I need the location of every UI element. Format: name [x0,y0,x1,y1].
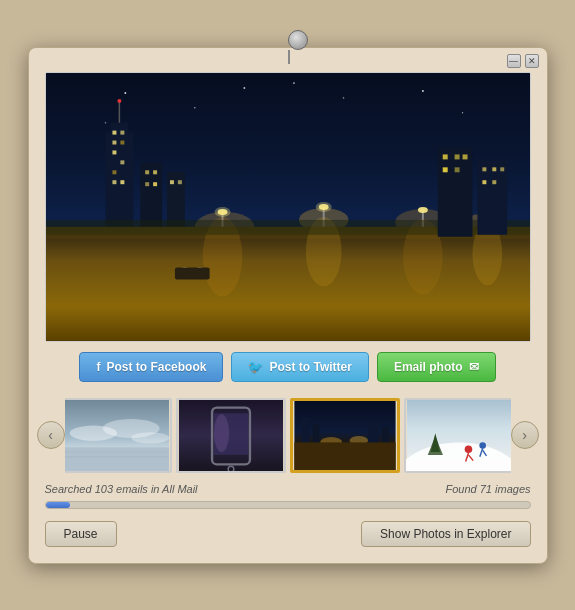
svg-rect-60 [454,167,459,172]
svg-rect-63 [492,167,496,171]
svg-point-6 [461,112,462,113]
svg-rect-65 [482,180,486,184]
svg-rect-56 [442,154,447,159]
email-photo-button[interactable]: Email photo ✉ [377,352,496,382]
email-icon: ✉ [469,360,479,374]
thumbnail-city[interactable] [290,398,400,473]
progress-track [45,501,531,509]
show-explorer-button[interactable]: Show Photos in Explorer [361,521,530,547]
svg-rect-16 [120,160,124,164]
bottom-buttons: Pause Show Photos in Explorer [29,515,547,547]
svg-rect-58 [462,154,467,159]
svg-rect-23 [145,170,149,174]
post-twitter-button[interactable]: 🐦 Post to Twitter [231,352,368,382]
svg-rect-12 [120,130,124,134]
thumb-snow-svg [406,400,511,471]
svg-rect-64 [500,167,504,171]
main-photo-container [45,72,531,342]
svg-point-2 [193,107,195,109]
svg-rect-19 [120,180,124,184]
svg-point-7 [104,121,106,123]
svg-rect-71 [65,447,169,471]
svg-rect-55 [437,147,472,236]
svg-rect-44 [46,226,530,340]
svg-rect-15 [112,150,116,154]
svg-point-39 [315,202,331,212]
svg-rect-17 [112,170,116,174]
svg-rect-66 [492,180,496,184]
progress-fill [46,502,70,508]
svg-point-77 [213,414,228,452]
next-button[interactable]: › [511,421,539,449]
svg-rect-26 [153,182,157,186]
svg-point-41 [417,207,427,213]
svg-rect-18 [112,180,116,184]
searched-status: Searched 103 emails in All Mail [45,483,198,495]
main-photo [46,73,530,341]
svg-rect-59 [442,167,447,172]
svg-rect-25 [145,182,149,186]
svg-rect-28 [169,180,173,184]
svg-rect-24 [153,170,157,174]
thumb-city-svg [293,401,397,470]
thumbnail-strip: ‹ [29,392,547,479]
post-facebook-button[interactable]: f Post to Facebook [79,352,223,382]
status-bar: Searched 103 emails in All Mail Found 71… [29,479,547,499]
pause-button[interactable]: Pause [45,521,117,547]
progress-area [29,499,547,515]
facebook-icon: f [96,360,100,374]
svg-point-36 [214,207,230,217]
svg-point-70 [131,432,169,443]
svg-rect-86 [294,442,395,470]
svg-rect-14 [120,140,124,144]
close-button[interactable]: ✕ [525,54,539,68]
thumbnail-phone[interactable] [176,398,286,473]
svg-rect-62 [482,167,486,171]
svg-rect-53 [174,267,209,279]
svg-rect-13 [112,140,116,144]
minimize-button[interactable]: — [507,54,521,68]
svg-rect-29 [177,180,181,184]
thumb-phone-svg [178,400,284,471]
svg-rect-61 [477,160,507,234]
svg-point-5 [421,89,423,91]
svg-point-21 [117,98,121,102]
city-night-svg [46,73,530,341]
svg-point-3 [243,86,245,88]
thumbnails-container [65,398,511,473]
svg-rect-11 [112,130,116,134]
svg-point-8 [293,82,295,84]
found-status: Found 71 images [446,483,531,495]
photo-viewer-window: — ✕ [28,47,548,564]
svg-point-94 [479,442,486,449]
svg-rect-57 [454,154,459,159]
window-controls: — ✕ [507,54,539,68]
twitter-icon: 🐦 [248,360,263,374]
svg-point-1 [124,91,126,93]
thumb-sky-svg [65,400,170,471]
prev-button[interactable]: ‹ [37,421,65,449]
action-buttons: f Post to Facebook 🐦 Post to Twitter Ema… [29,342,547,392]
svg-point-91 [464,445,472,453]
thumbnail-snow[interactable] [404,398,511,473]
thumbnail-sky[interactable] [65,398,172,473]
svg-point-4 [342,97,344,99]
